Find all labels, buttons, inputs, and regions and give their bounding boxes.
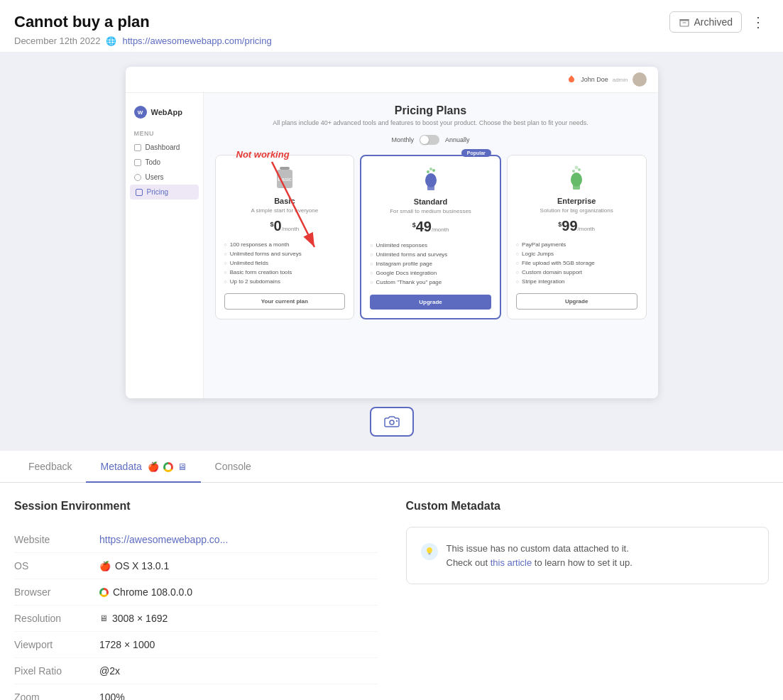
enterprise-icon — [565, 164, 588, 192]
feature-item: Basic form creation tools — [224, 268, 346, 277]
plan-basic-desc: A simple start for everyone — [224, 207, 346, 214]
meta-row-website: Website https://awesomewebapp.co... — [14, 527, 378, 553]
svg-rect-18 — [428, 553, 431, 554]
standard-icon — [420, 165, 442, 193]
fire-icon — [566, 75, 576, 84]
svg-point-10 — [429, 168, 432, 170]
custom-meta-suffix: to learn how to set it up. — [532, 557, 633, 568]
issue-url[interactable]: https://awesomewebapp.com/pricing — [122, 35, 271, 46]
tab-console[interactable]: Console — [201, 451, 265, 482]
custom-meta-message: This issue has no custom data attached t… — [447, 543, 629, 554]
tab-console-label: Console — [215, 461, 251, 472]
sidebar-label-pricing: Pricing — [147, 188, 169, 196]
svg-rect-17 — [396, 420, 398, 422]
monitor-resolution-icon: 🖥 — [99, 613, 108, 623]
popular-badge: Popular — [461, 149, 491, 157]
feature-item: Custom domain support — [516, 268, 637, 277]
custom-meta-cta: Check out — [447, 557, 491, 568]
sidebar-logo: W WebApp — [126, 100, 203, 124]
billing-toggle: Monthly Annually — [215, 135, 647, 145]
plan-enterprise-features: PayPal payments Logic Jumps File upload … — [516, 240, 637, 286]
browser-topbar: John Doe admin — [126, 67, 658, 93]
issue-title: Cannot buy a plan — [14, 13, 150, 31]
meta-label-website: Website — [14, 534, 99, 545]
tab-metadata[interactable]: Metadata 🍎 🖥 — [86, 451, 200, 482]
tab-metadata-icons: 🍎 🖥 — [148, 461, 187, 472]
archived-label: Archived — [694, 16, 733, 28]
browser-value: Chrome 108.0.0.0 — [113, 586, 192, 598]
meta-row-browser: Browser Chrome 108.0.0.0 — [14, 579, 378, 606]
svg-point-16 — [390, 420, 394, 425]
custom-meta-text: This issue has no custom data attached t… — [447, 542, 633, 569]
menu-label: MENU — [126, 124, 203, 140]
meta-value-os: 🍎 OS X 13.0.1 — [99, 560, 169, 572]
tab-feedback-label: Feedback — [28, 461, 72, 472]
svg-rect-19 — [428, 554, 430, 555]
plan-basic-name: Basic — [224, 197, 346, 205]
meta-value-zoom: 100% — [99, 691, 125, 700]
toggle-switch[interactable] — [420, 135, 439, 145]
meta-value-pixel-ratio: @2x — [99, 665, 120, 677]
meta-label-resolution: Resolution — [14, 613, 99, 624]
sidebar-label-users: Users — [146, 173, 164, 181]
camera-box[interactable] — [370, 407, 414, 437]
meta-row-os: OS 🍎 OS X 13.0.1 — [14, 553, 378, 579]
users-icon — [134, 174, 141, 181]
plan-enterprise-price: $99/month — [516, 218, 637, 234]
plan-basic-features: 100 responses a month Unlimited forms an… — [224, 240, 346, 286]
not-working-label: Not working — [236, 149, 290, 160]
todo-icon — [134, 159, 141, 166]
pixel-ratio-value: @2x — [99, 665, 120, 677]
webapp-name: WebApp — [151, 108, 182, 116]
sidebar-label-dashboard: Dashboard — [146, 143, 180, 151]
feature-item: Custom "Thank you" page — [370, 278, 491, 287]
webapp-logo: W — [134, 106, 147, 119]
plan-standard-name: Standard — [370, 197, 491, 206]
resolution-value: 3008 × 1692 — [112, 613, 168, 624]
upgrade-standard-button[interactable]: Upgrade — [370, 295, 491, 310]
sidebar-item-users[interactable]: Users — [126, 170, 203, 185]
svg-point-12 — [571, 173, 582, 187]
header-actions: Archived ⋮ — [669, 11, 769, 33]
browser-content: W WebApp MENU Dashboard Todo Users — [126, 93, 658, 398]
archive-icon — [679, 16, 690, 28]
main-content: Pricing Plans All plans include 40+ adva… — [204, 93, 658, 398]
sidebar-item-dashboard[interactable]: Dashboard — [126, 140, 203, 155]
meta-label-pixel-ratio: Pixel Ratio — [14, 665, 99, 677]
plans-container: Basic Basic A simple start for everyone … — [215, 155, 647, 319]
svg-point-8 — [427, 170, 429, 173]
tab-feedback[interactable]: Feedback — [14, 451, 86, 482]
archived-button[interactable]: Archived — [669, 11, 742, 33]
feature-item: 100 responses a month — [224, 240, 346, 249]
chrome-icon — [163, 462, 173, 472]
meta-label-browser: Browser — [14, 586, 99, 598]
plan-basic: Basic Basic A simple start for everyone … — [215, 155, 355, 319]
feature-item: File upload with 5GB storage — [516, 258, 637, 268]
plan-standard-features: Unlimited responses Unlimited forms and … — [370, 241, 491, 287]
os-value: OS X 13.0.1 — [115, 560, 169, 572]
feature-item: Up to 2 subdomains — [224, 277, 346, 286]
this-article-link[interactable]: this article — [491, 557, 532, 568]
more-button[interactable]: ⋮ — [748, 11, 769, 33]
website-link[interactable]: https://awesomewebapp.co... — [99, 534, 228, 545]
zoom-value: 100% — [99, 691, 125, 700]
user-name: John Doe — [581, 76, 608, 83]
plan-enterprise-name: Enterprise — [516, 197, 637, 205]
plan-enterprise-desc: Solution for big organizations — [516, 207, 637, 214]
feature-item: Google Docs integration — [370, 268, 491, 278]
feature-item: Unlimited forms and surveys — [224, 249, 346, 258]
sidebar-item-todo[interactable]: Todo — [126, 155, 203, 170]
chrome-browser-icon — [99, 588, 109, 597]
tab-metadata-label: Metadata — [100, 461, 141, 472]
house-icon — [134, 144, 141, 151]
session-environment-section: Session Environment Website https://awes… — [14, 500, 378, 700]
current-plan-button[interactable]: Your current plan — [224, 293, 346, 310]
upgrade-enterprise-button[interactable]: Upgrade — [516, 293, 637, 310]
meta-row-viewport: Viewport 1728 × 1000 — [14, 632, 378, 658]
sidebar-item-pricing[interactable]: Pricing — [130, 185, 199, 199]
meta-row-resolution: Resolution 🖥 3008 × 1692 — [14, 606, 378, 632]
apple-icon: 🍎 — [148, 461, 159, 472]
svg-text:Basic: Basic — [278, 176, 292, 182]
meta-table: Website https://awesomewebapp.co... OS 🍎… — [14, 527, 378, 700]
content-area: Session Environment Website https://awes… — [0, 483, 783, 700]
